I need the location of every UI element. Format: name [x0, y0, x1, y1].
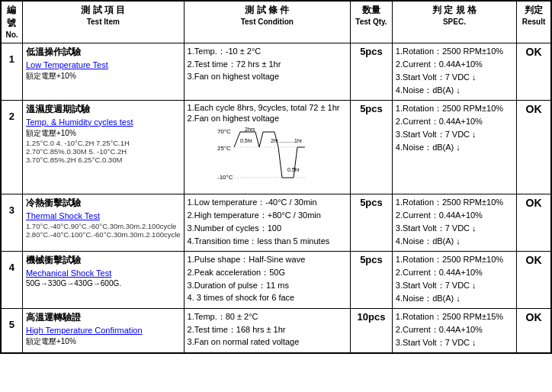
- condition-item: 2.Test time：168 hrs ± 1hr: [188, 324, 347, 336]
- row-number: 5: [5, 311, 19, 330]
- condition-item: 3.Fan on normal rated voltage: [188, 337, 347, 346]
- condition-item: 2.Peak acceleration：50G: [188, 267, 347, 278]
- test-subnote: 1.25°C.0 4. -10°C.2H 7.25°C.1H: [26, 139, 181, 147]
- spec-item: 2.Current：0.44A+10%: [396, 324, 513, 336]
- row-num-cell: 4: [2, 251, 23, 308]
- condition-item: 1.Each cycle 8hrs, 9cycles, total 72 ± 1…: [188, 103, 347, 112]
- header-spec: 判 定 規 格 SPEC.: [392, 2, 516, 43]
- table-row: 2溫濕度週期試驗Temp. & Humidity cycles test額定電壓…: [2, 100, 551, 194]
- spec-item: 4.Noise：dB(A) ↓: [396, 293, 513, 304]
- result-value: OK: [520, 254, 547, 266]
- condition-item: 1.Temp.：80 ± 2°C: [188, 311, 347, 323]
- test-name-zh: 機械衝擊試驗: [26, 254, 181, 267]
- diagram-area: 70°C 25°C -10°C 2hrs 0.5hr 2hr..........…: [188, 126, 347, 188]
- condition-item: 4. 3 times of shock for 6 face: [188, 293, 347, 302]
- condition-item: 1.Pulse shape：Half-Sine wave: [188, 254, 347, 265]
- spec-item: 1.Rotation：2500 RPM±10%: [396, 254, 513, 265]
- condition-item: 1.Temp.：-10 ± 2°C: [188, 46, 347, 57]
- row-spec-cell: 1.Rotation：2500 RPM±10%2.Current：0.44A+1…: [392, 100, 516, 194]
- qty-value: 5pcs: [354, 197, 389, 208]
- header-item: 測 試 項 目 Test Item: [22, 2, 184, 43]
- row-condition-cell: 1.Temp.：80 ± 2°C2.Test time：168 hrs ± 1h…: [184, 308, 350, 352]
- condition-item: 2.High temperature：+80°C / 30min: [188, 210, 347, 221]
- row-spec-cell: 1.Rotation：2500 RPM±10%2.Current：0.44A+1…: [392, 43, 516, 100]
- header-condition: 測 試 條 件 Test Condition: [184, 2, 350, 43]
- row-result-cell: OK: [517, 100, 551, 194]
- row-condition-cell: 1.Pulse shape：Half-Sine wave2.Peak accel…: [184, 251, 350, 308]
- spec-item: 4.Noise：dB(A) ↓: [396, 85, 513, 96]
- spec-item: 3.Start Volt：7 VDC ↓: [396, 129, 513, 140]
- test-name-zh: 高溫運轉驗證: [26, 311, 181, 324]
- svg-text:25°C: 25°C: [217, 145, 231, 152]
- table-row: 3冷熱衝擊試驗Thermal Shock Test1.70°C.-40°C.90…: [2, 194, 551, 251]
- test-name-zh: 溫濕度週期試驗: [26, 103, 181, 116]
- table-row: 4機械衝擊試驗Mechanical Shock Test50G→330G→430…: [2, 251, 551, 308]
- test-subnote: 2.70°C.85%.0.30M 5. -10°C.2H: [26, 147, 181, 156]
- spec-item: 1.Rotation：2500 RPM±10%: [396, 103, 513, 114]
- condition-item: 1.Low temperature：-40°C / 30min: [188, 197, 347, 208]
- svg-text:0.5hr: 0.5hr: [287, 167, 300, 172]
- condition-item: 3.Duration of pulse：11 ms: [188, 280, 347, 291]
- spec-item: 3.Start Volt：7 VDC ↓: [396, 337, 513, 349]
- spec-item: 2.Current：0.44A+10%: [396, 267, 513, 278]
- condition-item: 4.Transition time：less than 5 minutes: [188, 236, 347, 247]
- test-subnote: 3.70°C.85%.2H 6.25°C.0.30M: [26, 156, 181, 164]
- header-result: 判定 Result: [517, 2, 551, 43]
- spec-item: 3.Start Volt：7 VDC ↓: [396, 72, 513, 83]
- test-name-zh: 冷熱衝擊試驗: [26, 197, 181, 210]
- test-subnote: 1.70°C.-40°C.90°C.-60°C.30m.30m.2.100cyc…: [26, 222, 181, 230]
- result-value: OK: [520, 46, 547, 58]
- row-num-cell: 2: [2, 100, 23, 194]
- row-num-cell: 5: [2, 308, 23, 352]
- test-name-en: Temp. & Humidity cycles test: [26, 117, 181, 127]
- test-note: 額定電壓+10%: [26, 71, 181, 82]
- svg-text:-10°C: -10°C: [217, 174, 233, 181]
- qty-value: 5pcs: [354, 46, 389, 57]
- row-item-cell: 機械衝擊試驗Mechanical Shock Test50G→330G→430G…: [22, 251, 184, 308]
- main-table-container: 編號 No. 測 試 項 目 Test Item 測 試 條 件 Test Co…: [0, 0, 552, 354]
- row-num-cell: 1: [2, 43, 23, 100]
- condition-item: 2.Fan on highest voltage: [188, 114, 347, 123]
- condition-item: 3.Fan on highest voltage: [188, 72, 347, 81]
- header-qty: 数量 Test Qty.: [351, 2, 393, 43]
- header-num: 編號 No.: [2, 2, 23, 43]
- svg-text:0.5hr: 0.5hr: [240, 138, 253, 143]
- test-note: 50G→330G→430G→600G.: [26, 279, 181, 288]
- humidity-diagram: 70°C 25°C -10°C 2hrs 0.5hr 2hr..........…: [217, 126, 316, 187]
- result-value: OK: [520, 103, 547, 115]
- test-note: 額定電壓+10%: [26, 128, 181, 139]
- spec-item: 1.Rotation：2500 RPM±15%: [396, 311, 513, 323]
- row-spec-cell: 1.Rotation：2500 RPM±10%2.Current：0.44A+1…: [392, 251, 516, 308]
- table-row: 1低溫操作試驗Low Temperature Test額定電壓+10%1.Tem…: [2, 43, 551, 100]
- svg-text:2hr...........1hr: 2hr...........1hr: [271, 138, 303, 143]
- row-number: 3: [5, 197, 19, 216]
- test-name-en: Thermal Shock Test: [26, 211, 181, 220]
- spec-item: 1.Rotation：2500 RPM±10%: [396, 197, 513, 208]
- spec-item: 2.Current：0.44A+10%: [396, 210, 513, 221]
- svg-text:70°C: 70°C: [217, 128, 231, 135]
- row-result-cell: OK: [517, 194, 551, 251]
- spec-item: 1.Rotation：2500 RPM±10%: [396, 46, 513, 57]
- condition-item: 3.Number of cycles：100: [188, 223, 347, 234]
- test-subnote: 2.80°C.-40°C.100°C.-60°C.30m.30m.2.100cy…: [26, 230, 181, 239]
- row-item-cell: 冷熱衝擊試驗Thermal Shock Test1.70°C.-40°C.90°…: [22, 194, 184, 251]
- table-header-row: 編號 No. 測 試 項 目 Test Item 測 試 條 件 Test Co…: [2, 2, 551, 43]
- row-condition-cell: 1.Temp.：-10 ± 2°C2.Test time：72 hrs ± 1h…: [184, 43, 350, 100]
- qty-value: 5pcs: [354, 254, 389, 265]
- test-name-zh: 低溫操作試驗: [26, 46, 181, 59]
- row-number: 1: [5, 46, 19, 65]
- row-item-cell: 高溫運轉驗證High Temperature Confirmation額定電壓+…: [22, 308, 184, 352]
- test-table: 編號 No. 測 試 項 目 Test Item 測 試 條 件 Test Co…: [1, 1, 551, 353]
- row-qty-cell: 5pcs: [351, 251, 393, 308]
- row-num-cell: 3: [2, 194, 23, 251]
- test-note: 額定電壓+10%: [26, 336, 181, 347]
- result-value: OK: [520, 311, 547, 323]
- spec-item: 3.Start Volt：7 VDC ↓: [396, 223, 513, 234]
- test-name-en: Mechanical Shock Test: [26, 268, 181, 278]
- spec-item: 3.Start Volt：7 VDC ↓: [396, 280, 513, 291]
- row-qty-cell: 5pcs: [351, 100, 393, 194]
- svg-text:2hrs: 2hrs: [245, 127, 255, 132]
- row-spec-cell: 1.Rotation：2500 RPM±15%2.Current：0.44A+1…: [392, 308, 516, 352]
- test-name-en: Low Temperature Test: [26, 60, 181, 69]
- row-qty-cell: 5pcs: [351, 194, 393, 251]
